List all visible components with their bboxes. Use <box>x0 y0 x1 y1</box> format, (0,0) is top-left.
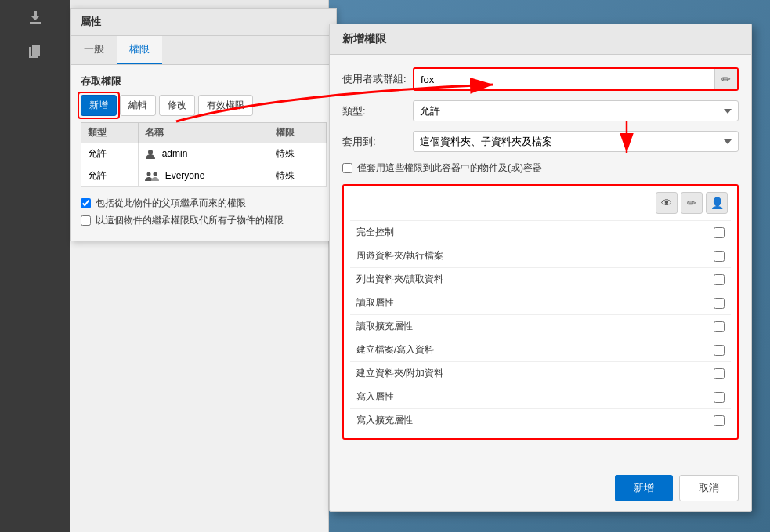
perm-list-folder: 列出資料夾/讀取資料 <box>350 267 731 291</box>
perm-read-attr-checkbox[interactable] <box>714 298 725 309</box>
user-label: 使用者或群組: <box>342 72 413 86</box>
apply-to-control: 這個資料夾、子資料夾及檔案 這個資料夾 僅子資料夾 僅檔案 <box>413 131 739 152</box>
table-row[interactable]: 允許 admin 特殊 <box>81 143 327 165</box>
dialog-footer: 新增 取消 <box>330 465 751 511</box>
row2-permission: 特殊 <box>269 165 326 187</box>
replace-children-checkbox[interactable] <box>81 215 91 226</box>
desktop: 大樹一樣 › 名稱 # #Recy... 1234 屬性 一般 權限 <box>0 0 770 532</box>
sidebar <box>0 0 70 532</box>
apply-to-row: 套用到: 這個資料夾、子資料夾及檔案 這個資料夾 僅子資料夾 僅檔案 <box>342 131 739 152</box>
edit-permission-button[interactable]: 編輯 <box>120 95 156 116</box>
perm-user-icon[interactable]: 👤 <box>706 192 728 214</box>
perm-full-control-label: 完全控制 <box>356 226 394 239</box>
properties-panel: 屬性 一般 權限 存取權限 新增 編輯 修改 有效權限 <box>70 8 337 241</box>
permissions-grid: 👁 ✏ 👤 完全控制 周遊資料夾/執行檔案 列出資料夾/讀取資料 <box>342 184 739 440</box>
sidebar-download-icon[interactable] <box>0 0 70 34</box>
perm-read-attr-label: 讀取層性 <box>356 296 394 309</box>
type-select[interactable]: 允許 拒絕 <box>413 100 739 121</box>
perm-list-folder-label: 列出資料夾/讀取資料 <box>356 273 443 286</box>
perm-write-attr: 寫入層性 <box>350 385 731 408</box>
perm-create-folders: 建立資料夾/附加資料 <box>350 361 731 385</box>
type-label: 類型: <box>342 104 413 118</box>
perm-full-control: 完全控制 <box>350 220 731 244</box>
row2-name: Everyone <box>139 165 269 187</box>
access-toolbar: 新增 編輯 修改 有效權限 <box>81 95 327 116</box>
properties-content: 存取權限 新增 編輯 修改 有效權限 類型 名稱 權限 <box>71 65 336 241</box>
perm-read-extended-label: 讀取擴充層性 <box>356 320 413 333</box>
perm-write-attr-checkbox[interactable] <box>714 392 725 403</box>
perm-edit-icon[interactable]: ✏ <box>681 192 703 214</box>
only-apply-label: 僅套用這些權限到此容器中的物件及(或)容器 <box>357 161 542 175</box>
perm-read-extended: 讀取擴充層性 <box>350 314 731 338</box>
effective-permission-button[interactable]: 有效權限 <box>198 95 253 116</box>
col-permission: 權限 <box>269 123 326 143</box>
perm-create-files: 建立檔案/寫入資料 <box>350 338 731 361</box>
user-icon <box>145 149 156 160</box>
perm-create-files-checkbox[interactable] <box>714 345 725 356</box>
replace-children-row: 以這個物件的繼承權限取代所有子物件的權限 <box>81 214 327 227</box>
perm-full-control-checkbox[interactable] <box>714 227 725 238</box>
access-table: 類型 名稱 權限 允許 admin 特殊 允許 <box>81 122 327 187</box>
perm-write-extended: 寫入擴充層性 <box>350 408 731 432</box>
svg-point-2 <box>154 172 157 176</box>
perm-write-extended-label: 寫入擴充層性 <box>356 414 413 427</box>
perm-write-extended-checkbox[interactable] <box>714 415 725 426</box>
inherit-parent-checkbox[interactable] <box>81 198 91 208</box>
row2-type: 允許 <box>81 165 139 187</box>
apply-to-select[interactable]: 這個資料夾、子資料夾及檔案 這個資料夾 僅子資料夾 僅檔案 <box>413 131 739 152</box>
perm-create-folders-label: 建立資料夾/附加資料 <box>356 367 443 380</box>
add-permission-dialog: 新增權限 使用者或群組: ✏ 類型: 允許 拒絕 <box>329 24 752 512</box>
perm-create-files-label: 建立檔案/寫入資料 <box>356 343 434 356</box>
user-group-row: 使用者或群組: ✏ <box>342 67 739 91</box>
row1-permission: 特殊 <box>269 143 326 165</box>
inherit-options: 包括從此物件的父項繼承而來的權限 以這個物件的繼承權限取代所有子物件的權限 <box>81 197 327 227</box>
row1-type: 允許 <box>81 143 139 165</box>
confirm-button[interactable]: 新增 <box>615 475 673 501</box>
type-row: 類型: 允許 拒絕 <box>342 100 739 121</box>
new-btn-wrapper: 新增 <box>81 95 117 116</box>
modify-permission-button[interactable]: 修改 <box>159 95 195 116</box>
tab-permissions[interactable]: 權限 <box>117 36 162 64</box>
only-apply-row: 僅套用這些權限到此容器中的物件及(或)容器 <box>342 161 739 175</box>
row1-name: admin <box>139 143 269 165</box>
col-type: 類型 <box>81 123 139 143</box>
perm-view-icon[interactable]: 👁 <box>656 192 678 214</box>
properties-tabs: 一般 權限 <box>71 36 336 65</box>
perm-read-attr: 讀取層性 <box>350 291 731 314</box>
new-permission-button[interactable]: 新增 <box>81 95 117 116</box>
perm-read-extended-checkbox[interactable] <box>714 321 725 332</box>
only-apply-checkbox[interactable] <box>342 163 352 173</box>
apply-to-label: 套用到: <box>342 135 413 149</box>
user-edit-button[interactable]: ✏ <box>714 69 737 89</box>
type-control: 允許 拒絕 <box>413 100 739 121</box>
svg-point-0 <box>148 150 153 154</box>
user-input-wrapper: ✏ <box>413 67 739 91</box>
user-input-control: ✏ <box>413 67 739 91</box>
perm-create-folders-checkbox[interactable] <box>714 368 725 379</box>
table-row[interactable]: 允許 Everyone 特殊 <box>81 165 327 187</box>
sidebar-copy-icon[interactable] <box>0 34 70 69</box>
inherit-parent-label: 包括從此物件的父項繼承而來的權限 <box>96 197 246 210</box>
svg-point-1 <box>147 172 151 176</box>
perm-list-folder-checkbox[interactable] <box>714 274 725 285</box>
user-input[interactable] <box>414 70 714 89</box>
properties-title: 屬性 <box>71 9 336 36</box>
dialog-body: 使用者或群組: ✏ 類型: 允許 拒絕 <box>330 55 751 465</box>
cancel-button[interactable]: 取消 <box>679 475 739 501</box>
col-name: 名稱 <box>139 123 269 143</box>
replace-children-label: 以這個物件的繼承權限取代所有子物件的權限 <box>96 214 284 227</box>
perm-icons-row: 👁 ✏ 👤 <box>350 192 731 214</box>
perm-traverse-label: 周遊資料夾/執行檔案 <box>356 249 443 262</box>
perm-traverse-checkbox[interactable] <box>714 251 725 262</box>
tab-general[interactable]: 一般 <box>71 36 117 64</box>
perm-write-attr-label: 寫入層性 <box>356 390 394 404</box>
dialog-title: 新增權限 <box>330 24 751 55</box>
inherit-parent-row: 包括從此物件的父項繼承而來的權限 <box>81 197 327 210</box>
access-section-title: 存取權限 <box>81 74 327 89</box>
perm-traverse: 周遊資料夾/執行檔案 <box>350 244 731 267</box>
group-icon <box>145 171 159 182</box>
